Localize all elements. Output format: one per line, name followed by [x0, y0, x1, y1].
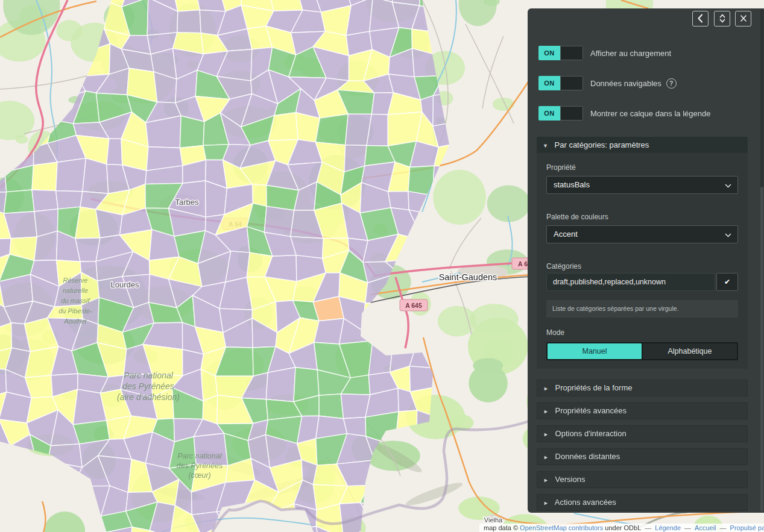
panel-scrollbar-thumb[interactable]	[760, 187, 763, 512]
back-button[interactable]	[692, 11, 709, 27]
toggle-on-label: ON	[538, 76, 560, 90]
svg-text:Réserve: Réserve	[63, 277, 88, 284]
attribution-separator: —	[684, 524, 691, 531]
toggle-on-label: ON	[538, 106, 560, 120]
svg-text:Aoulhet: Aoulhet	[63, 318, 87, 325]
toggle-knob	[560, 46, 583, 60]
chevron-down-icon	[725, 233, 731, 237]
home-link[interactable]: Accueil	[695, 524, 716, 531]
attribution-separator: —	[645, 524, 651, 531]
attribution-separator: —	[720, 524, 727, 531]
toggle-knob	[560, 76, 583, 90]
interaction-options-accordion[interactable]: ► Options d'interaction	[537, 425, 748, 442]
shape-properties-accordion[interactable]: ► Propriétés de la forme	[537, 380, 748, 396]
svg-text:A 645: A 645	[405, 302, 422, 309]
toggle-on-label: ON	[538, 46, 560, 60]
chevron-down-icon	[725, 184, 731, 188]
categories-label: Catégories	[546, 262, 581, 271]
remote-data-accordion[interactable]: ► Données distantes	[537, 448, 748, 465]
svg-text:Parc national: Parc national	[178, 452, 223, 460]
advanced-properties-accordion[interactable]: ► Propriétés avancées	[537, 402, 748, 419]
categories-confirm-button[interactable]: ✔	[716, 273, 738, 291]
toggle-knob	[560, 106, 583, 120]
road-badge-a645: A 645	[400, 299, 428, 311]
svg-text:du massif: du massif	[61, 297, 90, 304]
close-button[interactable]	[735, 11, 751, 27]
property-select[interactable]: statusBals	[546, 176, 738, 194]
toggle-label: Afficher au chargement	[590, 49, 671, 58]
categories-help-text: Liste de catégories séparées par une vir…	[546, 300, 738, 318]
close-icon	[736, 11, 751, 25]
help-icon[interactable]: ?	[666, 78, 677, 89]
toggle-label: Données navigables ?	[590, 78, 677, 89]
layer-edit-panel: ON Afficher au chargement ON Données nav…	[528, 8, 764, 513]
attribution-prefix: map data ©	[484, 524, 520, 531]
parc-national-adhesion-label: Parc national des Pyrénées (aire d'adhés…	[117, 371, 180, 402]
display-on-load-toggle[interactable]: ON	[538, 46, 583, 60]
city-label-saint-gaudens: Saint-Gaudens	[439, 272, 497, 282]
city-label-tarbes: Tarbes	[175, 198, 199, 207]
categories-settings-section: ▼ Par catégories: paramètres Propriété s…	[537, 137, 748, 369]
categories-section-header[interactable]: ▼ Par catégories: paramètres	[537, 137, 748, 153]
expand-marker-icon: ►	[543, 431, 549, 437]
svg-text:des Pyrénées: des Pyrénées	[122, 381, 174, 391]
expand-vertical-icon	[715, 11, 730, 25]
toggle-label: Montrer ce calque dans la légende	[590, 109, 710, 118]
city-label-lourdes: Lourdes	[111, 280, 139, 289]
svg-text:naturelle: naturelle	[63, 287, 88, 294]
palette-select[interactable]: Accent	[546, 225, 738, 243]
section-title: Par catégories: paramètres	[555, 140, 649, 149]
svg-text:du Pibeste-: du Pibeste-	[58, 307, 92, 315]
expand-marker-icon: ►	[543, 454, 549, 460]
svg-text:(aire d'adhésion): (aire d'adhésion)	[117, 392, 180, 402]
legend-link[interactable]: Légende	[655, 524, 681, 531]
browsable-data-toggle[interactable]: ON	[538, 76, 583, 90]
svg-text:(cœur): (cœur)	[188, 471, 211, 480]
expand-marker-icon: ►	[543, 386, 549, 392]
mode-alphabetical-button[interactable]: Alphabétique	[643, 343, 737, 359]
show-in-legend-toggle[interactable]: ON	[538, 106, 583, 120]
mode-manual-button[interactable]: Manuel	[548, 343, 642, 359]
expand-marker-icon: ►	[543, 477, 549, 483]
property-label: Propriété	[546, 163, 576, 172]
expand-marker-icon: ►	[543, 408, 549, 415]
svg-text:Parc national: Parc national	[124, 371, 174, 380]
svg-text:des Pyrénées: des Pyrénées	[177, 462, 223, 470]
categories-input[interactable]	[546, 273, 715, 291]
palette-label: Palette de couleurs	[546, 213, 608, 221]
expand-marker-icon: ►	[543, 500, 549, 506]
collapse-marker-icon: ▼	[543, 143, 548, 149]
attribution-license: under ODbL	[603, 524, 641, 531]
mode-label: Mode	[546, 328, 564, 337]
attribution-bar: map data © OpenStreetMap contributors un…	[479, 524, 764, 532]
mode-switcher: Manuel Alphabétique	[546, 342, 738, 360]
city-label-vielha: Vielha	[484, 516, 503, 524]
powered-by-link[interactable]: Propulsé par uMap	[730, 524, 764, 531]
chevron-left-icon	[693, 11, 708, 25]
versions-accordion[interactable]: ► Versions	[537, 471, 748, 488]
advanced-actions-accordion[interactable]: ► Actions avancées	[537, 494, 748, 511]
osm-contributors-link[interactable]: OpenStreetMap contributors	[520, 524, 603, 531]
toggle-panel-size-button[interactable]	[714, 11, 730, 27]
